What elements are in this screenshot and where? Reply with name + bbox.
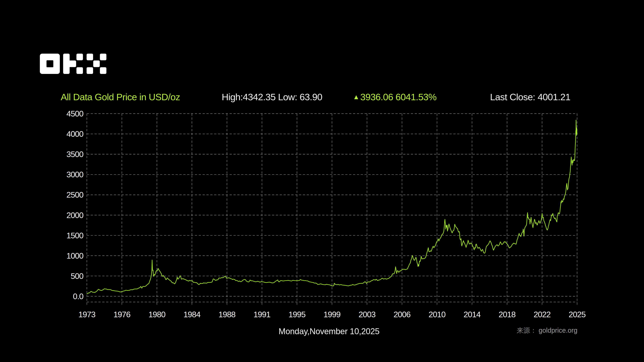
source-name: goldprice.org <box>539 327 578 334</box>
y-axis-label: 3500 <box>66 150 83 159</box>
y-axis-label: 2500 <box>66 190 83 199</box>
x-axis-label: 1999 <box>324 310 340 319</box>
y-axis-label: 0.0 <box>73 292 83 301</box>
x-axis-label: 2022 <box>534 310 550 319</box>
y-axis-label: 3000 <box>66 170 83 179</box>
x-axis-label: 2006 <box>394 310 410 319</box>
x-axis-label: 1991 <box>254 310 270 319</box>
y-axis-label: 1000 <box>66 251 83 260</box>
x-axis-label: 2003 <box>358 310 376 319</box>
x-axis-label: 2010 <box>428 310 446 319</box>
source-credit: 来源： goldprice.org <box>517 326 578 335</box>
source-label: 来源： <box>517 327 539 334</box>
y-axis-label: 2000 <box>66 211 83 220</box>
gold-price-chart: 450040003500300025002000150010005000.019… <box>0 0 644 362</box>
y-axis-label: 500 <box>70 272 83 281</box>
x-axis-label: 1988 <box>218 310 236 319</box>
x-axis-label: 1980 <box>148 310 165 319</box>
x-axis-label: 2018 <box>498 310 516 319</box>
y-axis-label: 4500 <box>66 109 83 118</box>
x-axis-label: 2014 <box>464 310 481 319</box>
x-axis-label: 1976 <box>113 310 130 319</box>
y-axis-label: 4000 <box>66 130 83 138</box>
x-axis-label: 1973 <box>78 310 96 319</box>
y-axis-label: 1500 <box>66 231 83 240</box>
x-axis-label: 1984 <box>184 310 200 319</box>
x-axis-label: 2025 <box>569 310 586 319</box>
x-axis-label: 1995 <box>288 310 306 319</box>
